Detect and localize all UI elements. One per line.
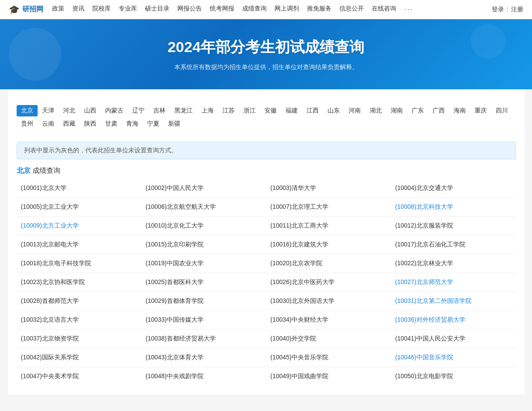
university-cell: (10049)中国戏曲学院 bbox=[266, 367, 391, 386]
university-cell: (10030)北京外国语大学 bbox=[266, 292, 391, 311]
province-btn-重庆[interactable]: 重庆 bbox=[470, 105, 491, 116]
nav-link-成绩查询[interactable]: 成绩查询 bbox=[242, 5, 267, 14]
university-cell: (10017)北京石油化工学院 bbox=[391, 235, 516, 254]
province-btn-河北[interactable]: 河北 bbox=[59, 105, 80, 116]
province-btn-吉林[interactable]: 吉林 bbox=[149, 105, 170, 116]
university-cell: (10033)中国传媒大学 bbox=[141, 311, 266, 330]
university-cell: (10045)中央音乐学院 bbox=[266, 348, 391, 367]
university-cell: (10032)北京语言大学 bbox=[17, 311, 141, 330]
nav-link-统考网报[interactable]: 统考网报 bbox=[210, 5, 234, 14]
section-label: 成绩查询 bbox=[31, 167, 60, 174]
province-tabs: 北京天津河北山西内蒙古辽宁吉林黑龙江上海江苏浙江安徽福建江西山东河南湖北湖南广东… bbox=[17, 98, 516, 135]
province-btn-广东[interactable]: 广东 bbox=[407, 105, 428, 116]
table-row: (10009)北方工业大学(10010)北京化工大学(10011)北京工商大学(… bbox=[17, 217, 516, 235]
province-btn-新疆[interactable]: 新疆 bbox=[164, 118, 185, 130]
province-btn-宁夏[interactable]: 宁夏 bbox=[143, 118, 164, 130]
nav-links: 政策资讯院校库专业库硕士目录网报公告统考网报成绩查询网上调剂推免服务信息公开在线… bbox=[52, 5, 492, 14]
inner-wrapper: 🎓 研招网 政策资讯院校库专业库硕士目录网报公告统考网报成绩查询网上调剂推免服务… bbox=[0, 0, 532, 394]
university-cell: (10034)中央财经大学 bbox=[266, 311, 391, 330]
university-cell: (10004)北京交通大学 bbox=[391, 179, 516, 198]
university-cell: (10013)北京邮电大学 bbox=[17, 235, 141, 254]
province-btn-云南[interactable]: 云南 bbox=[38, 118, 59, 130]
university-cell: (10001)北京大学 bbox=[17, 179, 141, 198]
university-cell: (10048)中央戏剧学院 bbox=[141, 367, 266, 386]
province-btn-天津[interactable]: 天津 bbox=[38, 105, 59, 116]
province-row: 北京天津河北山西内蒙古辽宁吉林黑龙江上海江苏浙江安徽福建江西山东河南湖北湖南广东… bbox=[17, 105, 516, 116]
university-link[interactable]: (10031)北京第二外国语学院 bbox=[395, 297, 472, 304]
university-cell: (10016)北京建筑大学 bbox=[266, 235, 391, 254]
university-cell: (10041)中国人民公安大学 bbox=[391, 330, 516, 348]
nav-link-网报公告[interactable]: 网报公告 bbox=[177, 5, 202, 14]
university-cell: (10015)北京印刷学院 bbox=[141, 235, 266, 254]
nav-logo: 🎓 研招网 bbox=[9, 4, 43, 15]
province-btn-辽宁[interactable]: 辽宁 bbox=[128, 105, 149, 116]
province-btn-上海[interactable]: 上海 bbox=[197, 105, 218, 116]
notice-box: 列表中显示为灰色的，代表此招生单位未设置查询方式。 bbox=[17, 142, 516, 159]
province-btn-北京[interactable]: 北京 bbox=[17, 105, 38, 116]
nav-auth: 登录 | 注册 bbox=[492, 6, 523, 14]
province-btn-甘肃[interactable]: 甘肃 bbox=[101, 118, 122, 130]
nav-link-资讯[interactable]: 资讯 bbox=[72, 5, 85, 14]
hero-subtitle: 本系统所有数据均为招生单位提供，招生单位对查询结果负责解释。 bbox=[174, 63, 358, 71]
university-cell: (10040)外交学院 bbox=[266, 330, 391, 348]
province-btn-陕西[interactable]: 陕西 bbox=[80, 118, 101, 130]
university-cell: (10020)北京农学院 bbox=[266, 254, 391, 273]
nav-link-推免服务[interactable]: 推免服务 bbox=[307, 5, 331, 14]
table-row: (10023)北京协和医学院(10025)首都医科大学(10026)北京中医药大… bbox=[17, 273, 516, 292]
nav-link-院校库[interactable]: 院校库 bbox=[92, 5, 111, 14]
university-link[interactable]: (10027)北京师范大学 bbox=[395, 278, 453, 285]
university-cell: (10003)清华大学 bbox=[266, 179, 391, 198]
university-link[interactable]: (10009)北方工业大学 bbox=[21, 222, 79, 229]
province-btn-河南[interactable]: 河南 bbox=[344, 105, 365, 116]
auth-separator: | bbox=[507, 6, 508, 14]
university-cell: (10002)中国人民大学 bbox=[141, 179, 266, 198]
province-btn-安徽[interactable]: 安徽 bbox=[260, 105, 281, 116]
university-cell: (10019)中国农业大学 bbox=[141, 254, 266, 273]
province-btn-江西[interactable]: 江西 bbox=[302, 105, 323, 116]
nav-link-信息公开[interactable]: 信息公开 bbox=[339, 5, 364, 14]
nav-link-政策[interactable]: 政策 bbox=[52, 5, 64, 14]
university-cell: (10018)北京电子科技学院 bbox=[17, 254, 141, 273]
table-row: (10037)北京物资学院(10038)首都经济贸易大学(10040)外交学院(… bbox=[17, 330, 516, 348]
province-btn-江苏[interactable]: 江苏 bbox=[218, 105, 239, 116]
nav-link-在线咨询[interactable]: 在线咨询 bbox=[372, 5, 396, 14]
university-cell: (10005)北京工业大学 bbox=[17, 198, 141, 217]
province-btn-广西[interactable]: 广西 bbox=[428, 105, 449, 116]
nav-more: ··· bbox=[404, 5, 413, 14]
university-cell: (10038)首都经济贸易大学 bbox=[141, 330, 266, 348]
table-row: (10013)北京邮电大学(10015)北京印刷学院(10016)北京建筑大学(… bbox=[17, 235, 516, 254]
province-btn-山东[interactable]: 山东 bbox=[323, 105, 344, 116]
nav-link-硕士目录[interactable]: 硕士目录 bbox=[145, 5, 169, 14]
nav-link-专业库[interactable]: 专业库 bbox=[119, 5, 137, 14]
province-btn-贵州[interactable]: 贵州 bbox=[17, 118, 38, 130]
province-btn-四川[interactable]: 四川 bbox=[491, 105, 512, 116]
province-btn-山西[interactable]: 山西 bbox=[80, 105, 101, 116]
province-btn-湖南[interactable]: 湖南 bbox=[386, 105, 407, 116]
province-btn-浙江[interactable]: 浙江 bbox=[239, 105, 260, 116]
university-cell: (10043)北京体育大学 bbox=[141, 348, 266, 367]
hero-banner: 2024年部分考生初试成绩查询 本系统所有数据均为招生单位提供，招生单位对查询结… bbox=[0, 19, 532, 89]
province-btn-福建[interactable]: 福建 bbox=[281, 105, 302, 116]
university-link[interactable]: (10036)对外经济贸易大学 bbox=[395, 316, 465, 323]
university-grid: (10001)北京大学(10002)中国人民大学(10003)清华大学(1000… bbox=[17, 179, 516, 386]
university-cell: (10029)首都体育学院 bbox=[141, 292, 266, 311]
university-cell: (10010)北京化工大学 bbox=[141, 217, 266, 235]
province-btn-西藏[interactable]: 西藏 bbox=[59, 118, 80, 130]
province-btn-海南[interactable]: 海南 bbox=[449, 105, 470, 116]
register-link[interactable]: 注册 bbox=[511, 6, 523, 14]
nav-link-网上调剂[interactable]: 网上调剂 bbox=[275, 5, 299, 14]
nav-bar: 🎓 研招网 政策资讯院校库专业库硕士目录网报公告统考网报成绩查询网上调剂推免服务… bbox=[0, 0, 532, 19]
university-cell: (10012)北京服装学院 bbox=[391, 217, 516, 235]
province-btn-湖北[interactable]: 湖北 bbox=[365, 105, 386, 116]
university-cell: (10006)北京航空航天大学 bbox=[141, 198, 266, 217]
province-btn-内蒙古[interactable]: 内蒙古 bbox=[101, 105, 128, 116]
province-btn-青海[interactable]: 青海 bbox=[122, 118, 143, 130]
university-link[interactable]: (10008)北京科技大学 bbox=[395, 203, 453, 210]
login-link[interactable]: 登录 bbox=[492, 6, 504, 14]
table-row: (10018)北京电子科技学院(10019)中国农业大学(10020)北京农学院… bbox=[17, 254, 516, 273]
university-cell: (10025)首都医科大学 bbox=[141, 273, 266, 292]
table-row: (10032)北京语言大学(10033)中国传媒大学(10034)中央财经大学(… bbox=[17, 311, 516, 330]
province-btn-黑龙江[interactable]: 黑龙江 bbox=[170, 105, 197, 116]
university-link[interactable]: (10046)中国音乐学院 bbox=[395, 354, 453, 361]
section-city: 北京 bbox=[17, 167, 31, 174]
